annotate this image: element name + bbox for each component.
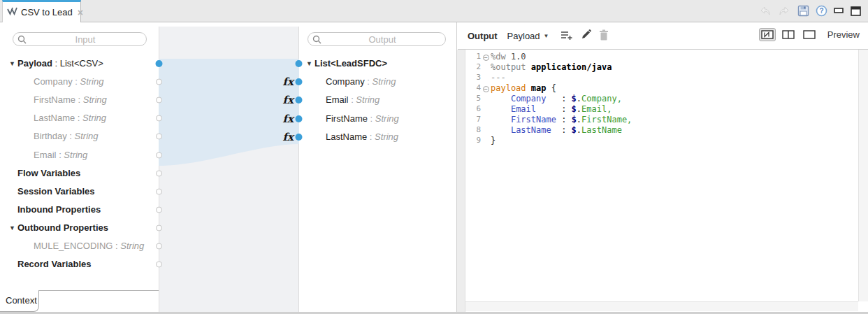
line-number: 4 xyxy=(467,83,481,92)
input-tree-item-outbound-properties[interactable]: ▼Outbound Properties xyxy=(17,219,108,237)
code-text: Company : $.Company, xyxy=(491,94,622,104)
tree-item-label: Birthday xyxy=(34,131,67,141)
undo-icon[interactable] xyxy=(758,6,772,17)
svg-text:?: ? xyxy=(819,7,823,15)
input-tree-item-mule-encoding[interactable]: MULE_ENCODING : String xyxy=(34,237,144,255)
input-tree-item-company[interactable]: Company : String xyxy=(34,73,103,91)
tree-item-type: String xyxy=(375,131,398,142)
output-tree-item-firstname[interactable]: FirstName : String xyxy=(326,110,399,128)
code-horizontal-scrollbar[interactable] xyxy=(465,301,858,311)
minimize-icon[interactable] xyxy=(834,6,844,17)
expand-arrow-icon[interactable]: ▼ xyxy=(306,55,312,73)
code-text: %output application/java xyxy=(491,62,612,72)
code-editor-header: Output Payload ▼ xyxy=(458,22,868,50)
output-header-label: Output xyxy=(468,31,498,41)
tree-item-type: String xyxy=(375,113,399,124)
input-tree-item-inbound-properties[interactable]: Inbound Properties xyxy=(17,201,101,219)
code-line-6[interactable]: 6 Email : $.Email, xyxy=(467,104,857,114)
tree-item-type: List<CSV> xyxy=(60,58,103,69)
input-tree-item-session-variables[interactable]: Session Variables xyxy=(17,183,95,201)
input-tree-item-flow-variables[interactable]: Flow Variables xyxy=(17,164,80,183)
tree-item-type: String xyxy=(64,150,87,160)
line-number: 7 xyxy=(467,115,481,124)
tree-item-type: String xyxy=(75,131,99,141)
line-number: 9 xyxy=(467,136,481,145)
bottom-tab-strip-line xyxy=(39,290,159,291)
view-single-pane-button[interactable] xyxy=(801,28,818,41)
code-text: %dw 1.0 xyxy=(491,52,526,62)
fold-collapse-icon[interactable]: − xyxy=(483,55,489,61)
search-icon xyxy=(17,35,27,45)
input-tree-item-firstname[interactable]: FirstName : String xyxy=(34,91,107,109)
code-line-9[interactable]: 9} xyxy=(467,135,857,145)
dataweave-transform-editor: CSV to Lead × xyxy=(0,0,868,314)
code-line-7[interactable]: 7 FirstName : $.FirstName, xyxy=(467,114,857,124)
expand-arrow-icon[interactable]: ▼ xyxy=(9,219,15,237)
tab-close-icon[interactable]: × xyxy=(78,7,83,18)
tree-item-label: Email xyxy=(326,94,349,105)
tree-item-label: Company xyxy=(34,76,73,87)
output-search-input[interactable] xyxy=(325,33,440,45)
input-search-box xyxy=(13,32,147,46)
mapping-canvas xyxy=(159,27,299,312)
redo-icon[interactable] xyxy=(778,6,791,17)
tree-item-label: Email xyxy=(34,150,57,160)
tree-item-label: Flow Variables xyxy=(17,168,80,178)
tree-item-type: String xyxy=(120,241,144,251)
code-line-8[interactable]: 8 LastName : $.LastName xyxy=(467,124,857,135)
tree-item-label: Payload xyxy=(17,58,52,69)
tree-item-label: MULE_ENCODING xyxy=(34,241,113,251)
tree-item-label: Outbound Properties xyxy=(17,222,108,233)
tree-item-label: FirstName xyxy=(326,113,368,124)
line-number: 8 xyxy=(467,125,481,134)
code-line-1[interactable]: 1−%dw 1.0 xyxy=(467,51,857,62)
output-tree-item-email[interactable]: Email : String xyxy=(326,91,379,109)
dataweave-code-editor[interactable]: 1−%dw 1.02%output application/java3---4−… xyxy=(465,50,868,312)
code-vertical-scrollbar[interactable] xyxy=(858,50,868,301)
code-line-3[interactable]: 3--- xyxy=(467,72,857,83)
output-tree-item-company[interactable]: Company : String xyxy=(326,73,396,91)
preview-toggle[interactable]: Preview xyxy=(827,29,860,40)
input-tree-item-payload[interactable]: ▼Payload : List<CSV> xyxy=(17,55,103,73)
code-line-5[interactable]: 5 Company : $.Company, xyxy=(467,93,857,104)
tab-csv-to-lead[interactable]: CSV to Lead × xyxy=(2,0,81,22)
tree-item-type: String xyxy=(82,113,106,123)
code-text: LastName : $.LastName xyxy=(491,125,622,135)
line-number: 6 xyxy=(467,104,481,113)
tree-item-label: LastName xyxy=(326,131,367,142)
dataweave-icon xyxy=(7,7,17,18)
input-tree-item-email[interactable]: Email : String xyxy=(34,146,87,164)
tree-item-label: Company xyxy=(326,76,365,87)
code-line-2[interactable]: 2%output application/java xyxy=(467,62,857,72)
tree-item-type: String xyxy=(372,76,396,87)
editor-tab-bar: CSV to Lead × xyxy=(0,0,868,22)
edit-pencil-icon[interactable] xyxy=(581,29,591,42)
code-line-4[interactable]: 4−payload map { xyxy=(467,83,857,93)
output-tree-item-lastname[interactable]: LastName : String xyxy=(326,128,398,146)
input-tree-item-birthday[interactable]: Birthday : String xyxy=(34,127,99,145)
maximize-icon[interactable] xyxy=(851,6,861,17)
tree-item-label: FirstName xyxy=(34,94,75,105)
input-tree-item-record-variables[interactable]: Record Variables xyxy=(17,255,92,273)
view-all-panes-button[interactable] xyxy=(759,28,776,41)
panel-resize-sash[interactable] xyxy=(457,50,465,312)
save-icon[interactable] xyxy=(797,5,809,17)
tree-item-label: Session Variables xyxy=(17,186,95,197)
expand-arrow-icon[interactable]: ▼ xyxy=(9,55,15,73)
code-text: } xyxy=(491,136,496,145)
add-transformation-icon[interactable] xyxy=(560,30,573,42)
search-icon xyxy=(312,35,322,45)
output-tree-item-list-leadsfdc[interactable]: ▼List<LeadSFDC> xyxy=(314,55,387,73)
help-icon[interactable]: ? xyxy=(816,5,827,17)
input-search-input[interactable] xyxy=(30,33,140,45)
tree-item-label: Record Variables xyxy=(17,259,92,269)
tab-title: CSV to Lead xyxy=(21,7,73,17)
input-tree-item-lastname[interactable]: LastName : String xyxy=(34,109,106,127)
delete-trash-icon[interactable] xyxy=(599,29,609,43)
fold-collapse-icon[interactable]: − xyxy=(483,86,489,92)
tab-context[interactable]: Context xyxy=(0,290,39,312)
output-search-box xyxy=(308,32,446,46)
view-two-panes-button[interactable] xyxy=(780,28,797,41)
line-number: 3 xyxy=(467,73,481,82)
payload-dropdown[interactable]: Payload ▼ xyxy=(507,31,549,41)
